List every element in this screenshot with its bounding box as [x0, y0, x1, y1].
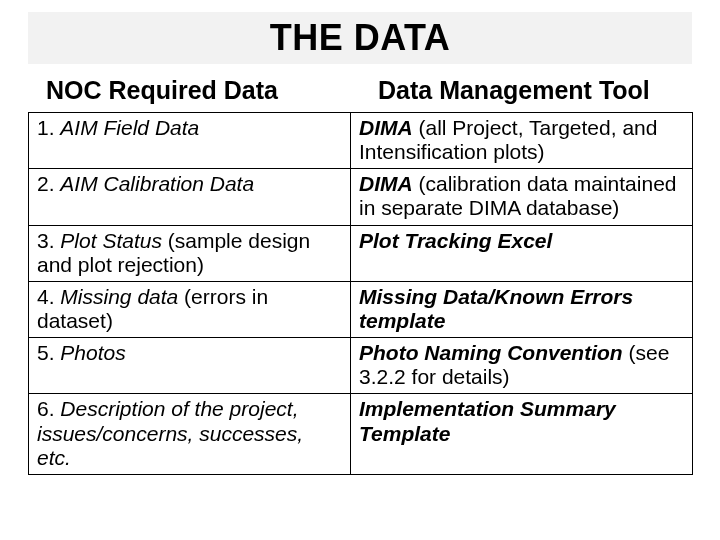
- table-row: 4. Missing data (errors in dataset) Miss…: [29, 281, 693, 337]
- row-number: 6.: [37, 397, 60, 420]
- cell-left: 2. AIM Calibration Data: [29, 169, 351, 225]
- row-number: 1.: [37, 116, 60, 139]
- cell-left: 5. Photos: [29, 338, 351, 394]
- cell-left: 4. Missing data (errors in dataset): [29, 281, 351, 337]
- cell-left: 3. Plot Status (sample design and plot r…: [29, 225, 351, 281]
- data-table: 1. AIM Field Data DIMA (all Project, Tar…: [28, 112, 693, 475]
- column-headers: NOC Required Data Data Management Tool: [28, 76, 692, 110]
- row-right-bold: DIMA: [359, 116, 413, 139]
- cell-right: Implementation Summary Template: [351, 394, 693, 474]
- cell-right: DIMA (all Project, Targeted, and Intensi…: [351, 113, 693, 169]
- row-number: 4.: [37, 285, 60, 308]
- table-row: 2. AIM Calibration Data DIMA (calibratio…: [29, 169, 693, 225]
- col-header-left: NOC Required Data: [46, 76, 278, 105]
- row-left-italic: Description of the project, issues/conce…: [37, 397, 303, 468]
- slide: THE DATA NOC Required Data Data Manageme…: [0, 0, 720, 540]
- cell-right: Plot Tracking Excel: [351, 225, 693, 281]
- cell-right: DIMA (calibration data maintained in sep…: [351, 169, 693, 225]
- row-right-bold: Implementation Summary Template: [359, 397, 616, 444]
- table-row: 3. Plot Status (sample design and plot r…: [29, 225, 693, 281]
- row-left-italic: AIM Calibration Data: [60, 172, 254, 195]
- col-header-right: Data Management Tool: [378, 76, 650, 105]
- table-row: 5. Photos Photo Naming Convention (see 3…: [29, 338, 693, 394]
- row-number: 3.: [37, 229, 60, 252]
- cell-right: Missing Data/Known Errors template: [351, 281, 693, 337]
- row-left-italic: AIM Field Data: [60, 116, 199, 139]
- page-title: THE DATA: [28, 12, 692, 64]
- cell-left: 6. Description of the project, issues/co…: [29, 394, 351, 474]
- row-right-bold: DIMA: [359, 172, 413, 195]
- row-right-bold: Plot Tracking Excel: [359, 229, 552, 252]
- cell-left: 1. AIM Field Data: [29, 113, 351, 169]
- row-number: 2.: [37, 172, 60, 195]
- row-left-italic: Photos: [60, 341, 125, 364]
- table-row: 1. AIM Field Data DIMA (all Project, Tar…: [29, 113, 693, 169]
- row-right-bold: Missing Data/Known Errors template: [359, 285, 633, 332]
- row-right-bold: Photo Naming Convention: [359, 341, 623, 364]
- row-left-italic: Plot Status: [60, 229, 162, 252]
- cell-right: Photo Naming Convention (see 3.2.2 for d…: [351, 338, 693, 394]
- row-left-italic: Missing data: [60, 285, 178, 308]
- table-row: 6. Description of the project, issues/co…: [29, 394, 693, 474]
- row-number: 5.: [37, 341, 60, 364]
